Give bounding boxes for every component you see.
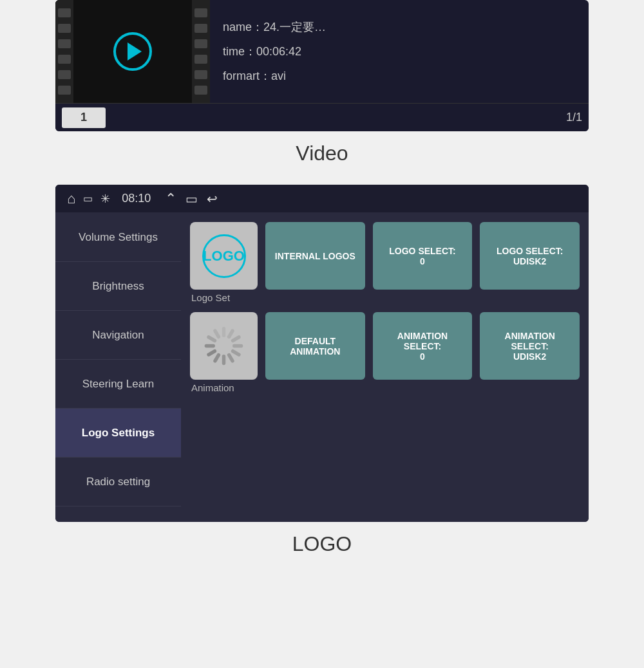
device-frame: ⌂ ▭ ✳ 08:10 ⌃ ▭ ↩ Volume Settings Bright…: [55, 185, 589, 522]
svg-line-1: [229, 331, 232, 337]
svg-line-2: [233, 337, 239, 340]
sidebar-item-volume-settings[interactable]: Volume Settings: [55, 213, 181, 262]
video-section: name：24.一定要… time：00:06:42 formart：avi 1…: [0, 0, 644, 165]
sidebar-item-navigation[interactable]: Navigation: [55, 311, 181, 360]
logo-card: LOGO: [190, 222, 258, 290]
spinner-icon: [203, 325, 245, 367]
video-name-label: name：: [223, 21, 263, 33]
back-arrow-icon[interactable]: ↩: [207, 191, 218, 207]
right-content: LOGO INTERNAL LOGOS LOGO SELECT: 0 LOGO …: [181, 213, 589, 522]
svg-line-11: [215, 331, 218, 337]
logo-card-text: LOGO: [203, 248, 245, 264]
animation-label: Animation: [190, 382, 580, 393]
page-current[interactable]: 1: [62, 107, 106, 128]
play-button[interactable]: [113, 32, 152, 71]
logo-set-section: LOGO INTERNAL LOGOS LOGO SELECT: 0 LOGO …: [190, 222, 580, 303]
video-pagination-row: 1 1/1: [55, 103, 589, 131]
screen-icon[interactable]: ▭: [185, 191, 198, 207]
logo-set-row: LOGO INTERNAL LOGOS LOGO SELECT: 0 LOGO …: [190, 222, 580, 290]
video-section-label: Video: [296, 142, 348, 165]
video-name-value: 24.一定要…: [263, 21, 326, 33]
video-time-label: time：: [223, 45, 256, 58]
internal-logos-button[interactable]: INTERNAL LOGOS: [265, 222, 365, 290]
default-animation-button[interactable]: DEFAULT ANIMATION: [265, 312, 365, 380]
logo-section: ⌂ ▭ ✳ 08:10 ⌃ ▭ ↩ Volume Settings Bright…: [0, 185, 644, 556]
svg-line-4: [233, 351, 239, 355]
animation-select-0-button[interactable]: ANIMATION SELECT: 0: [373, 312, 473, 380]
sidebar-item-logo-settings[interactable]: Logo Settings: [55, 409, 181, 458]
sidebar-item-steering-learn[interactable]: Steering Learn: [55, 360, 181, 409]
video-panel: name：24.一定要… time：00:06:42 formart：avi 1…: [55, 0, 589, 131]
animation-row: DEFAULT ANIMATION ANIMATION SELECT: 0 AN…: [190, 312, 580, 380]
logo-card-circle: LOGO: [202, 234, 246, 278]
animation-card: [190, 312, 258, 380]
svg-line-7: [215, 355, 218, 361]
bluetooth-icon: ✳: [100, 192, 110, 206]
svg-line-5: [229, 355, 232, 361]
video-info-row: name：24.一定要… time：00:06:42 formart：avi: [55, 0, 589, 103]
status-time: 08:10: [122, 192, 151, 205]
logo-set-label: Logo Set: [190, 292, 580, 303]
video-time-value: 00:06:42: [256, 45, 301, 58]
video-format-line: formart：avi: [223, 68, 576, 84]
main-content: Volume Settings Brightness Navigation St…: [55, 213, 589, 522]
video-format-label: formart：: [223, 70, 271, 82]
sidebar-item-radio-setting[interactable]: Radio setting: [55, 458, 181, 506]
svg-line-10: [209, 337, 214, 340]
video-format-value: avi: [271, 70, 286, 82]
home-icon[interactable]: ⌂: [67, 190, 75, 207]
video-thumbnail: [55, 0, 210, 103]
animation-select-udisk2-button[interactable]: ANIMATION SELECT: UDISK2: [480, 312, 580, 380]
video-name-line: name：24.一定要…: [223, 19, 576, 35]
status-bar: ⌂ ▭ ✳ 08:10 ⌃ ▭ ↩: [55, 185, 589, 213]
animation-section: DEFAULT ANIMATION ANIMATION SELECT: 0 AN…: [190, 312, 580, 393]
video-time-line: time：00:06:42: [223, 44, 576, 59]
logo-screen-label: LOGO: [292, 532, 352, 556]
video-meta: name：24.一定要… time：00:06:42 formart：avi: [210, 0, 589, 103]
window-small-icon[interactable]: ▭: [83, 192, 93, 205]
svg-line-8: [209, 351, 214, 355]
play-triangle-icon: [128, 42, 142, 60]
sidebar-item-brightness[interactable]: Brightness: [55, 262, 181, 311]
logo-select-0-button[interactable]: LOGO SELECT: 0: [373, 222, 473, 290]
logo-select-udisk2-button[interactable]: LOGO SELECT: UDISK2: [480, 222, 580, 290]
sidebar: Volume Settings Brightness Navigation St…: [55, 213, 181, 522]
chevron-up-icon[interactable]: ⌃: [165, 190, 176, 207]
status-icons-right: ⌃ ▭ ↩: [165, 190, 218, 207]
page-total: 1/1: [566, 111, 582, 124]
